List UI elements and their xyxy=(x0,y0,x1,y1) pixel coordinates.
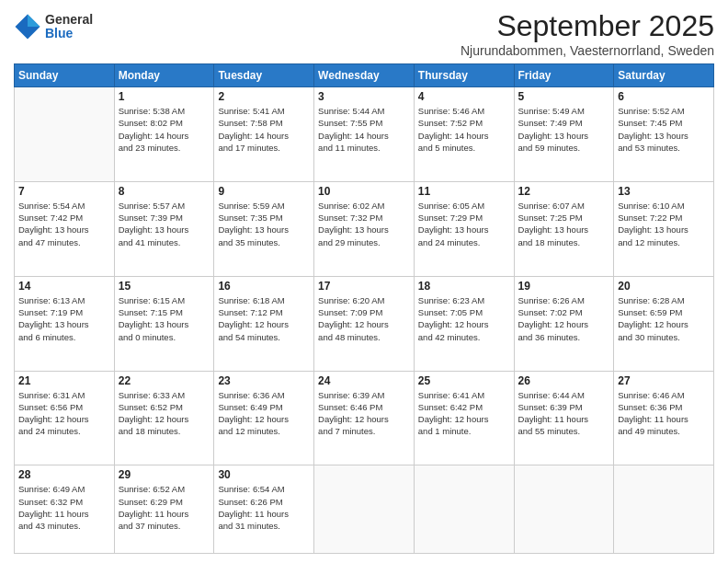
day-number: 10 xyxy=(318,185,410,198)
day-number: 28 xyxy=(18,468,110,481)
day-info: Sunrise: 6:20 AM Sunset: 7:09 PM Dayligh… xyxy=(318,294,410,343)
day-number: 9 xyxy=(218,185,310,198)
day-cell xyxy=(15,87,115,182)
day-header-wednesday: Wednesday xyxy=(314,64,415,87)
day-header-friday: Friday xyxy=(514,64,614,87)
logo-blue: Blue xyxy=(45,27,93,40)
day-number: 3 xyxy=(318,90,410,103)
day-info: Sunrise: 5:54 AM Sunset: 7:42 PM Dayligh… xyxy=(18,200,110,248)
logo-text: General Blue xyxy=(45,13,93,41)
day-info: Sunrise: 6:41 AM Sunset: 6:42 PM Dayligh… xyxy=(418,389,510,438)
day-cell xyxy=(514,465,614,554)
day-cell: 13Sunrise: 6:10 AM Sunset: 7:22 PM Dayli… xyxy=(614,181,714,276)
day-cell: 19Sunrise: 6:26 AM Sunset: 7:02 PM Dayli… xyxy=(514,276,614,371)
day-cell: 17Sunrise: 6:20 AM Sunset: 7:09 PM Dayli… xyxy=(314,276,415,371)
day-number: 14 xyxy=(18,280,110,293)
day-info: Sunrise: 6:39 AM Sunset: 6:46 PM Dayligh… xyxy=(318,389,410,438)
day-cell: 1Sunrise: 5:38 AM Sunset: 8:02 PM Daylig… xyxy=(114,87,214,182)
day-number: 8 xyxy=(119,185,210,198)
day-cell: 3Sunrise: 5:44 AM Sunset: 7:55 PM Daylig… xyxy=(314,87,415,182)
day-cell: 30Sunrise: 6:54 AM Sunset: 6:26 PM Dayli… xyxy=(214,465,314,554)
day-cell: 24Sunrise: 6:39 AM Sunset: 6:46 PM Dayli… xyxy=(314,371,415,465)
day-cell: 25Sunrise: 6:41 AM Sunset: 6:42 PM Dayli… xyxy=(414,371,514,465)
logo: General Blue xyxy=(14,13,93,41)
day-cell: 5Sunrise: 5:49 AM Sunset: 7:49 PM Daylig… xyxy=(514,87,614,182)
day-info: Sunrise: 6:02 AM Sunset: 7:32 PM Dayligh… xyxy=(318,200,410,248)
day-number: 4 xyxy=(418,90,510,103)
day-number: 1 xyxy=(119,90,210,103)
week-row-3: 14Sunrise: 6:13 AM Sunset: 7:19 PM Dayli… xyxy=(15,276,714,371)
day-number: 11 xyxy=(418,185,510,198)
day-cell: 11Sunrise: 6:05 AM Sunset: 7:29 PM Dayli… xyxy=(414,181,514,276)
day-number: 24 xyxy=(318,374,410,387)
day-number: 22 xyxy=(119,374,210,387)
header: General Blue September 2025 Njurundabomm… xyxy=(14,9,714,58)
day-header-monday: Monday xyxy=(114,64,214,87)
day-info: Sunrise: 6:15 AM Sunset: 7:15 PM Dayligh… xyxy=(119,294,210,343)
week-row-1: 1Sunrise: 5:38 AM Sunset: 8:02 PM Daylig… xyxy=(15,87,714,182)
week-row-4: 21Sunrise: 6:31 AM Sunset: 6:56 PM Dayli… xyxy=(15,371,714,465)
day-number: 30 xyxy=(218,468,310,481)
day-info: Sunrise: 6:07 AM Sunset: 7:25 PM Dayligh… xyxy=(518,200,610,248)
day-info: Sunrise: 6:54 AM Sunset: 6:26 PM Dayligh… xyxy=(218,483,310,532)
day-cell: 22Sunrise: 6:33 AM Sunset: 6:52 PM Dayli… xyxy=(114,371,214,465)
day-cell: 7Sunrise: 5:54 AM Sunset: 7:42 PM Daylig… xyxy=(15,181,115,276)
day-info: Sunrise: 5:38 AM Sunset: 8:02 PM Dayligh… xyxy=(119,105,210,154)
day-info: Sunrise: 6:36 AM Sunset: 6:49 PM Dayligh… xyxy=(218,389,310,438)
calendar-body: 1Sunrise: 5:38 AM Sunset: 8:02 PM Daylig… xyxy=(15,87,714,554)
day-info: Sunrise: 5:46 AM Sunset: 7:52 PM Dayligh… xyxy=(418,105,510,154)
day-cell: 2Sunrise: 5:41 AM Sunset: 7:58 PM Daylig… xyxy=(214,87,314,182)
day-cell: 26Sunrise: 6:44 AM Sunset: 6:39 PM Dayli… xyxy=(514,371,614,465)
day-number: 18 xyxy=(418,280,510,293)
day-number: 2 xyxy=(218,90,310,103)
day-cell: 10Sunrise: 6:02 AM Sunset: 7:32 PM Dayli… xyxy=(314,181,415,276)
day-info: Sunrise: 5:44 AM Sunset: 7:55 PM Dayligh… xyxy=(318,105,410,154)
subtitle: Njurundabommen, Vaesternorrland, Sweden xyxy=(461,43,714,58)
day-info: Sunrise: 5:57 AM Sunset: 7:39 PM Dayligh… xyxy=(119,200,210,248)
day-number: 19 xyxy=(518,280,610,293)
day-cell: 14Sunrise: 6:13 AM Sunset: 7:19 PM Dayli… xyxy=(15,276,115,371)
day-info: Sunrise: 6:44 AM Sunset: 6:39 PM Dayligh… xyxy=(518,389,610,438)
day-cell: 16Sunrise: 6:18 AM Sunset: 7:12 PM Dayli… xyxy=(214,276,314,371)
day-cell: 29Sunrise: 6:52 AM Sunset: 6:29 PM Dayli… xyxy=(114,465,214,554)
day-info: Sunrise: 5:49 AM Sunset: 7:49 PM Dayligh… xyxy=(518,105,610,154)
day-info: Sunrise: 5:41 AM Sunset: 7:58 PM Dayligh… xyxy=(218,105,310,154)
day-info: Sunrise: 6:49 AM Sunset: 6:32 PM Dayligh… xyxy=(18,483,110,532)
day-cell: 9Sunrise: 5:59 AM Sunset: 7:35 PM Daylig… xyxy=(214,181,314,276)
day-number: 16 xyxy=(218,280,310,293)
day-cell xyxy=(414,465,514,554)
day-header-thursday: Thursday xyxy=(414,64,514,87)
day-cell xyxy=(614,465,714,554)
day-info: Sunrise: 5:59 AM Sunset: 7:35 PM Dayligh… xyxy=(218,200,310,248)
calendar-table: SundayMondayTuesdayWednesdayThursdayFrid… xyxy=(14,63,714,554)
day-number: 29 xyxy=(119,468,210,481)
day-info: Sunrise: 6:05 AM Sunset: 7:29 PM Dayligh… xyxy=(418,200,510,248)
day-cell: 21Sunrise: 6:31 AM Sunset: 6:56 PM Dayli… xyxy=(15,371,115,465)
day-number: 7 xyxy=(18,185,110,198)
day-info: Sunrise: 6:28 AM Sunset: 6:59 PM Dayligh… xyxy=(618,294,710,343)
week-row-2: 7Sunrise: 5:54 AM Sunset: 7:42 PM Daylig… xyxy=(15,181,714,276)
day-info: Sunrise: 6:23 AM Sunset: 7:05 PM Dayligh… xyxy=(418,294,510,343)
svg-marker-1 xyxy=(28,15,40,28)
day-cell: 8Sunrise: 5:57 AM Sunset: 7:39 PM Daylig… xyxy=(114,181,214,276)
day-number: 15 xyxy=(119,280,210,293)
day-info: Sunrise: 6:33 AM Sunset: 6:52 PM Dayligh… xyxy=(119,389,210,438)
day-cell: 18Sunrise: 6:23 AM Sunset: 7:05 PM Dayli… xyxy=(414,276,514,371)
day-header-tuesday: Tuesday xyxy=(214,64,314,87)
day-cell: 15Sunrise: 6:15 AM Sunset: 7:15 PM Dayli… xyxy=(114,276,214,371)
day-number: 17 xyxy=(318,280,410,293)
day-number: 27 xyxy=(618,374,710,387)
day-number: 26 xyxy=(518,374,610,387)
day-header-sunday: Sunday xyxy=(15,64,115,87)
title-block: September 2025 Njurundabommen, Vaesterno… xyxy=(461,9,714,58)
day-cell: 6Sunrise: 5:52 AM Sunset: 7:45 PM Daylig… xyxy=(614,87,714,182)
day-number: 5 xyxy=(518,90,610,103)
day-info: Sunrise: 6:46 AM Sunset: 6:36 PM Dayligh… xyxy=(618,389,710,438)
day-cell: 27Sunrise: 6:46 AM Sunset: 6:36 PM Dayli… xyxy=(614,371,714,465)
day-cell: 12Sunrise: 6:07 AM Sunset: 7:25 PM Dayli… xyxy=(514,181,614,276)
day-cell xyxy=(314,465,415,554)
day-number: 6 xyxy=(618,90,710,103)
day-cell: 20Sunrise: 6:28 AM Sunset: 6:59 PM Dayli… xyxy=(614,276,714,371)
day-number: 21 xyxy=(18,374,110,387)
day-number: 23 xyxy=(218,374,310,387)
